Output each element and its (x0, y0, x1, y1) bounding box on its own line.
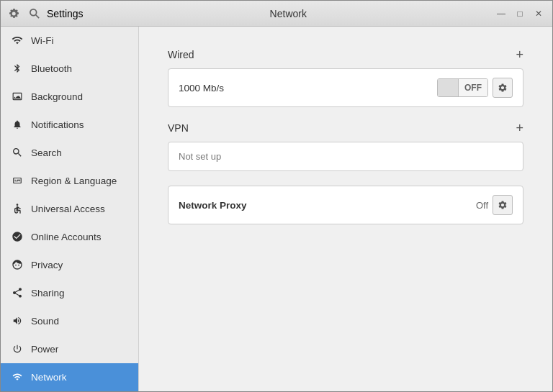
sidebar-item-search-label: Search (31, 147, 62, 158)
proxy-title: Network Proxy (179, 200, 247, 211)
notifications-icon (11, 118, 24, 131)
search-icon[interactable] (27, 6, 42, 22)
sidebar-item-power[interactable]: Power (1, 335, 138, 363)
vpn-section-header: VPN + (168, 122, 523, 135)
window-title: Network (84, 8, 493, 19)
wired-toggle[interactable]: OFF (437, 78, 488, 97)
sidebar-item-bluetooth[interactable]: Bluetooth (1, 55, 138, 83)
sidebar-item-sound[interactable]: Sound (1, 307, 138, 335)
universal-access-icon (11, 202, 24, 215)
network-icon (11, 370, 24, 383)
maximize-button[interactable]: □ (512, 6, 528, 22)
sidebar-item-region-language[interactable]: Region & Language (1, 167, 138, 195)
wired-add-button[interactable]: + (516, 48, 523, 61)
bluetooth-icon (11, 62, 24, 75)
svg-line-1 (36, 14, 39, 17)
close-button[interactable]: ✕ (531, 6, 547, 22)
sidebar-item-sharing[interactable]: Sharing (1, 279, 138, 307)
wired-connection-row: 1000 Mb/s OFF (168, 69, 523, 106)
sidebar-item-wifi[interactable]: Wi-Fi (1, 27, 138, 55)
sidebar-item-universal-access[interactable]: Universal Access (1, 195, 138, 223)
proxy-card: Network Proxy Off (168, 186, 523, 224)
sidebar-item-power-label: Power (31, 344, 58, 355)
sound-icon (11, 314, 24, 327)
wired-speed-label: 1000 Mb/s (179, 83, 224, 94)
proxy-status: Off (476, 200, 488, 211)
background-icon (11, 90, 24, 103)
sidebar-item-bluetooth-label: Bluetooth (31, 63, 72, 74)
titlebar-left: Settings (6, 6, 84, 22)
wired-section-header: Wired + (168, 48, 523, 61)
vpn-card: Not set up (168, 142, 523, 171)
sidebar-item-network[interactable]: Network (1, 363, 138, 391)
sidebar-item-sound-label: Sound (31, 316, 59, 327)
proxy-section: Network Proxy Off (168, 186, 523, 224)
wired-section: Wired + 1000 Mb/s OFF (168, 48, 523, 107)
sidebar-item-background-label: Background (31, 91, 83, 102)
proxy-row: Network Proxy Off (168, 186, 523, 224)
toggle-off-label: OFF (458, 79, 487, 96)
main-content: Wired + 1000 Mb/s OFF (139, 27, 552, 391)
wifi-icon (11, 34, 24, 47)
minimize-button[interactable]: — (493, 6, 509, 22)
sidebar-item-online-accounts-label: Online Accounts (31, 232, 102, 242)
sidebar-item-search[interactable]: Search (1, 139, 138, 167)
wired-section-title: Wired (168, 49, 194, 60)
titlebar: Settings Network — □ ✕ (1, 1, 552, 27)
settings-label: Settings (47, 8, 84, 19)
privacy-icon (11, 258, 24, 271)
region-language-icon (11, 174, 24, 187)
vpn-section-title: VPN (168, 122, 189, 134)
wired-controls: OFF (437, 78, 513, 98)
online-accounts-icon (11, 230, 24, 243)
vpn-section: VPN + Not set up (168, 122, 523, 171)
vpn-not-setup-row: Not set up (168, 142, 523, 170)
vpn-add-button[interactable]: + (516, 122, 523, 135)
proxy-controls: Off (476, 195, 513, 215)
sidebar-item-privacy[interactable]: Privacy (1, 251, 138, 279)
wired-card: 1000 Mb/s OFF (168, 68, 523, 107)
sidebar-item-privacy-label: Privacy (31, 260, 63, 270)
sharing-icon (11, 286, 24, 299)
sidebar: Wi-Fi Bluetooth Background Notifications (1, 27, 139, 391)
settings-window: Settings Network — □ ✕ Wi-Fi Bluetooth (0, 0, 553, 392)
sidebar-item-region-label: Region & Language (31, 176, 117, 186)
proxy-settings-button[interactable] (493, 195, 513, 215)
power-icon (11, 342, 24, 355)
svg-point-0 (30, 9, 37, 15)
sidebar-item-notifications-label: Notifications (31, 119, 84, 130)
sidebar-item-background[interactable]: Background (1, 83, 138, 111)
vpn-not-setup-text: Not set up (179, 151, 221, 162)
window-controls: — □ ✕ (493, 6, 547, 22)
sidebar-item-universal-access-label: Universal Access (31, 204, 105, 214)
sidebar-item-notifications[interactable]: Notifications (1, 111, 138, 139)
sidebar-item-wifi-label: Wi-Fi (31, 35, 53, 46)
sidebar-item-sharing-label: Sharing (31, 288, 65, 298)
sidebar-item-online-accounts[interactable]: Online Accounts (1, 223, 138, 251)
toggle-track (438, 79, 458, 96)
settings-gear-icon[interactable] (6, 6, 22, 22)
wired-settings-button[interactable] (493, 78, 513, 98)
search-nav-icon (11, 146, 24, 159)
svg-point-2 (17, 204, 19, 206)
content-area: Wi-Fi Bluetooth Background Notifications (1, 27, 552, 391)
sidebar-item-network-label: Network (31, 372, 67, 383)
